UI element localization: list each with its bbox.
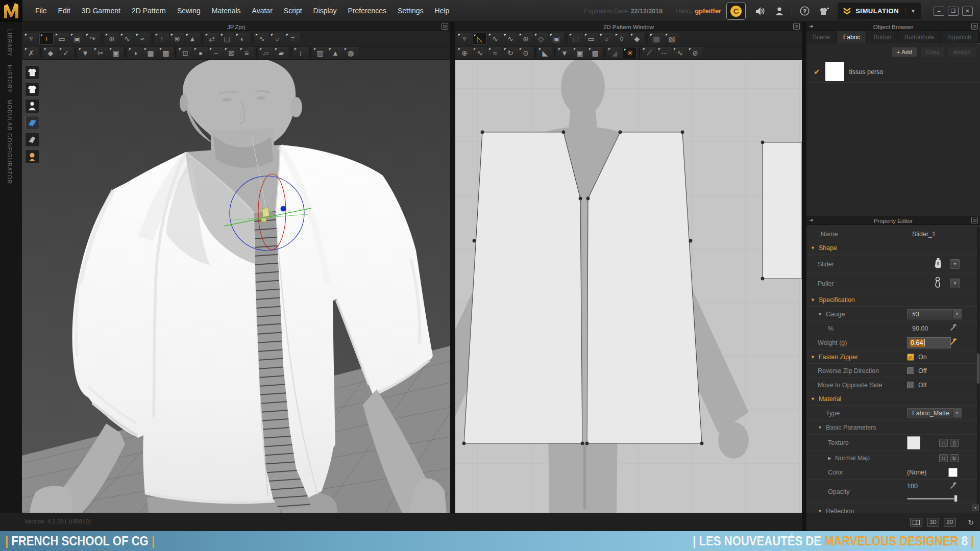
type-select[interactable]: Fabric_Matte▼	[907, 408, 962, 418]
shirt-pair-icon[interactable]: ▤◤	[220, 33, 234, 45]
menu-script[interactable]: Script	[278, 0, 308, 22]
hide-baste-icon[interactable]: ⊘◤	[688, 47, 702, 59]
texture-shirt-icon[interactable]: ▦◤	[143, 47, 158, 59]
tab-fabric[interactable]: Fabric	[837, 31, 866, 43]
expand-triangle-icon[interactable]: ▶	[828, 456, 831, 461]
pleats-icon[interactable]: ▥◤	[649, 33, 664, 45]
tape-loop-icon[interactable]: ○◤	[270, 33, 284, 45]
texture-swatch[interactable]	[907, 436, 920, 449]
show-sewing-icon[interactable]: ✳◤	[623, 47, 637, 59]
minimize-button[interactable]: –	[934, 7, 944, 16]
collapse-arrow-icon[interactable]: ➜	[809, 217, 813, 223]
button-round-icon[interactable]: ●◤	[193, 47, 208, 59]
fabric-item[interactable]: ✔tissus perso	[806, 61, 980, 83]
wrench-icon[interactable]	[950, 323, 958, 333]
circle-icon[interactable]: ○◤	[599, 33, 614, 45]
pin-icon[interactable]: ↑◤	[155, 33, 169, 45]
edit-pattern-icon[interactable]: ◺◤	[473, 33, 487, 45]
collapse-triangle-icon[interactable]: ▼	[811, 245, 815, 251]
view-2d-button[interactable]: 2D	[944, 518, 956, 527]
rectangle-select-icon[interactable]: ▭◤	[55, 33, 69, 45]
curve-point-icon[interactable]: ∿◤	[503, 33, 518, 45]
menu-2d-pattern[interactable]: 2D Pattern	[126, 0, 172, 22]
collapse-triangle-icon[interactable]: ▼	[818, 312, 822, 317]
rotate-view-icon[interactable]: ↷◤	[85, 33, 100, 45]
menu-display[interactable]: Display	[308, 0, 342, 22]
add-point-icon[interactable]: ⊕◤	[519, 33, 533, 45]
rectangle-icon[interactable]: ▭◤	[584, 33, 598, 45]
dock-history[interactable]: HISTORY	[7, 65, 13, 93]
tack-icon[interactable]: ⊗◤	[170, 33, 184, 45]
up-shirt-icon[interactable]: ▲◤	[328, 47, 342, 59]
free-sewing-icon[interactable]: ≈◤	[135, 33, 150, 45]
collapse-arrow-icon[interactable]: ➜	[809, 23, 813, 29]
sewing-machine-icon[interactable]: ⊕◤	[457, 47, 472, 59]
tab-button[interactable]: Button	[867, 31, 897, 43]
popout-icon[interactable]: ◳	[793, 23, 800, 30]
tab-buttonhole[interactable]: Buttonhole	[898, 31, 940, 43]
menu-file[interactable]: File	[30, 0, 53, 22]
move-gizmo-icon[interactable]: +◤	[39, 33, 54, 45]
menu-edit[interactable]: Edit	[53, 0, 76, 22]
split-view-button[interactable]	[910, 518, 922, 527]
rotate-sewing-icon[interactable]: ↻◤	[503, 47, 518, 59]
menu-3d-garment[interactable]: 3D Garment	[76, 0, 126, 22]
menu-sewing[interactable]: Sewing	[172, 0, 206, 22]
shirt-icon[interactable]: ▼◤	[557, 47, 572, 59]
dropdown-button[interactable]: ▼	[950, 279, 960, 288]
scrollbar-thumb[interactable]	[977, 353, 979, 384]
garment-copy-icon[interactable]: ▣◤	[109, 47, 123, 59]
baste-dots-icon[interactable]: ⋯◤	[657, 47, 672, 59]
garment-pin-icon[interactable]: ▼◤	[78, 47, 92, 59]
checker-shirt-icon[interactable]: ▩◤	[588, 47, 602, 59]
collapse-triangle-icon[interactable]: ▼	[811, 396, 815, 402]
grid-icon[interactable]: ∷	[939, 439, 948, 447]
checkbox-off[interactable]	[907, 382, 914, 389]
solid-shirt-icon[interactable]: ◐◤	[235, 33, 250, 45]
transform-box-icon[interactable]: ▣◤	[70, 33, 84, 45]
viewport-3d[interactable]	[22, 60, 450, 513]
dropdown-button[interactable]: ▼	[950, 259, 960, 269]
transform-pattern-icon[interactable]: ▼◤	[457, 33, 472, 45]
refresh-icon[interactable]: ↻	[968, 518, 974, 527]
attach-avatar-icon[interactable]: ▲◤	[185, 33, 200, 45]
ruler-icon[interactable]: ≡◤	[285, 33, 300, 45]
color-swatch[interactable]	[948, 468, 958, 477]
popout-icon[interactable]: ◳	[971, 23, 978, 30]
trace-icon[interactable]: ▣◤	[549, 33, 564, 45]
gauge-select[interactable]: #3▼	[907, 309, 962, 319]
popout-icon[interactable]: ◳	[442, 23, 448, 30]
wrench-icon[interactable]	[950, 338, 958, 347]
lock-button-icon[interactable]: ⊠◤	[224, 47, 238, 59]
scrollbar[interactable]	[977, 228, 979, 512]
speaker-icon[interactable]	[755, 7, 766, 16]
grid-icon[interactable]: ∷	[939, 454, 948, 462]
tape-curve-icon[interactable]: ∿◤	[255, 33, 269, 45]
popout-icon[interactable]: ◳	[971, 217, 978, 223]
collapse-triangle-icon[interactable]: ▼	[818, 425, 822, 430]
segment-sewing-icon[interactable]: ∿◤	[473, 47, 487, 59]
walk-avatar-icon[interactable]: ✗◤	[24, 47, 38, 59]
show-fabric-icon[interactable]	[25, 116, 39, 130]
opacity-slider[interactable]	[907, 498, 956, 499]
checkbox-on[interactable]: ✓	[907, 354, 914, 361]
garment-sculpt-icon[interactable]: ✓◤	[59, 47, 73, 59]
globe-shirt-icon[interactable]: ◍◤	[344, 47, 358, 59]
segment-sewing-icon[interactable]: ∿◤	[120, 33, 134, 45]
fabric-a-icon[interactable]: ▱◤	[259, 47, 273, 59]
polygon-icon[interactable]: ◇◤	[534, 33, 548, 45]
gift-garment-icon[interactable]: +	[819, 7, 829, 16]
tab-topstitch[interactable]: Topstitch	[941, 31, 977, 43]
help-icon[interactable]: ?	[800, 6, 810, 16]
view-3d-button[interactable]: 3D	[927, 518, 939, 527]
fold-icon[interactable]: ⇄◤	[205, 33, 219, 45]
close-button[interactable]: ✕	[962, 7, 973, 16]
add-button[interactable]: + Add	[892, 47, 917, 57]
sewing-machine-icon[interactable]: ⊕◤	[105, 33, 119, 45]
roll-icon[interactable]: ▣◤	[573, 47, 587, 59]
stripe-shirt-icon[interactable]: ▥◤	[313, 47, 327, 59]
simulation-dropdown[interactable]: ▼	[905, 8, 916, 14]
menu-settings[interactable]: Settings	[392, 0, 429, 22]
free-sewing-icon[interactable]: ≈◤	[488, 47, 502, 59]
checker-shirt-icon[interactable]: ▩◤	[159, 47, 173, 59]
